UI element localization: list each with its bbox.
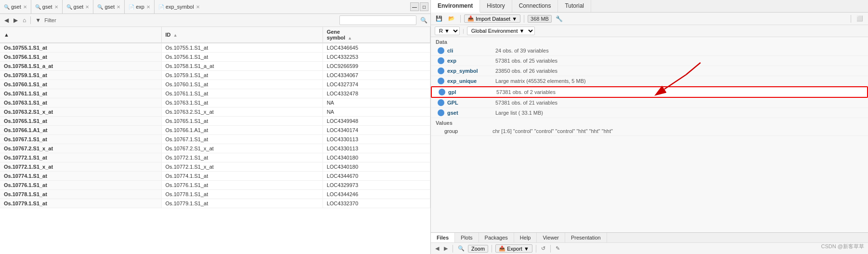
- env-row-exp_unique[interactable]: exp_unique Large matrix (455352 elements…: [431, 76, 868, 86]
- env-row-cli[interactable]: cli 24 obs. of 39 variables: [431, 46, 868, 56]
- table-row[interactable]: Os.10763.2.S1_x_at Os.10763.2.S1_x_at NA: [0, 107, 430, 117]
- cell-id: Os.10772.1.S1_x_at: [161, 162, 323, 172]
- table-row[interactable]: Os.10761.1.S1_at Os.10761.1.S1_at LOC433…: [0, 89, 430, 98]
- env-row-exp[interactable]: exp 57381 obs. of 25 variables: [431, 56, 868, 66]
- table-row[interactable]: Os.10763.1.S1_at Os.10763.1.S1_at NA: [0, 98, 430, 107]
- cell-id: Os.10779.1.S1_at: [161, 199, 323, 208]
- tab-icon: 📄: [129, 4, 134, 10]
- env-row-gpl[interactable]: gpl 57381 obs. of 2 variables: [431, 86, 868, 98]
- home-button[interactable]: ⌂: [21, 16, 27, 24]
- env-row-desc: 57381 obs. of 25 variables: [495, 58, 863, 64]
- cell-id: Os.10763.2.S1_x_at: [161, 107, 323, 117]
- tab-gset3[interactable]: 🔍gset✕: [63, 0, 94, 13]
- search-input[interactable]: [339, 15, 416, 25]
- cell-id: Os.10767.1.S1_at: [161, 135, 323, 144]
- filter-icon[interactable]: ▼: [34, 16, 42, 24]
- cell-id: Os.10776.1.S1_at: [161, 181, 323, 190]
- tab-gset2[interactable]: 🔍gset✕: [31, 0, 63, 13]
- tab-exp_symbol[interactable]: 📄exp_symbol✕: [155, 0, 204, 13]
- minimize-button[interactable]: —: [410, 2, 419, 11]
- import-dataset-button[interactable]: 📥 Import Dataset ▼: [464, 14, 520, 23]
- table-row[interactable]: Os.10779.1.S1_at Os.10779.1.S1_at LOC433…: [0, 199, 430, 208]
- refresh-button[interactable]: ↺: [540, 245, 547, 252]
- table-row[interactable]: Os.10772.1.S1_at Os.10772.1.S1_at LOC434…: [0, 153, 430, 162]
- tab-label: gset: [11, 4, 21, 10]
- table-row[interactable]: Os.10778.1.S1_at Os.10778.1.S1_at LOC434…: [0, 190, 430, 199]
- table-row[interactable]: Os.10756.1.S1_at Os.10756.1.S1_at LOC433…: [0, 53, 430, 62]
- cell-gene-symbol: LOC4346645: [323, 43, 430, 53]
- right-tab-connections[interactable]: Connections: [512, 0, 558, 12]
- table-row[interactable]: Os.10760.1.S1_at Os.10760.1.S1_at LOC432…: [0, 80, 430, 89]
- table-row[interactable]: Os.10772.1.S1_x_at Os.10772.1.S1_x_at LO…: [0, 162, 430, 172]
- tab-close-button[interactable]: ✕: [23, 4, 27, 10]
- global-env-select[interactable]: Global Environment ▼: [467, 27, 535, 35]
- tab-close-button[interactable]: ✕: [54, 4, 58, 10]
- cell-gene-symbol: LOC4332478: [323, 89, 430, 98]
- table-row[interactable]: Os.10755.1.S1_at Os.10755.1.S1_at LOC434…: [0, 43, 430, 53]
- bottom-tab-presentation[interactable]: Presentation: [565, 233, 607, 242]
- save-button[interactable]: 💾: [434, 15, 444, 22]
- cell-id: Os.10772.1.S1_at: [161, 153, 323, 162]
- tab-gset4[interactable]: 🔍gset✕: [93, 0, 125, 13]
- back-button[interactable]: ◀: [3, 16, 10, 24]
- tab-label: exp_symbol: [166, 4, 194, 10]
- cell-id: Os.10760.1.S1_at: [161, 80, 323, 89]
- maximize-button[interactable]: □: [420, 2, 428, 11]
- env-row-gset[interactable]: gset Large list ( 33.1 MB): [431, 108, 868, 118]
- tab-label: exp: [136, 4, 144, 10]
- cell-rownum: Os.10776.1.S1_at: [0, 181, 161, 190]
- bottom-tab-files[interactable]: Files: [431, 233, 455, 242]
- bottom-tab-packages[interactable]: Packages: [479, 233, 514, 242]
- right-tab-environment[interactable]: Environment: [431, 0, 480, 13]
- table-row[interactable]: Os.10767.2.S1_x_at Os.10767.2.S1_x_at LO…: [0, 144, 430, 153]
- tab-label: gset: [74, 4, 84, 10]
- bottom-forward-button[interactable]: ▶: [442, 245, 449, 252]
- export-button[interactable]: 📤 Export ▼: [495, 244, 532, 253]
- brush-button[interactable]: ✎: [554, 245, 561, 252]
- right-tab-history[interactable]: History: [480, 0, 512, 12]
- env-row-desc: Large list ( 33.1 MB): [495, 110, 863, 116]
- env-row-name: exp_symbol: [447, 68, 495, 74]
- tab-icon: 🔍: [66, 4, 72, 10]
- table-row[interactable]: Os.10774.1.S1_at Os.10774.1.S1_at LOC434…: [0, 172, 430, 181]
- tab-close-button[interactable]: ✕: [146, 4, 150, 10]
- open-button[interactable]: 📂: [446, 15, 457, 22]
- tab-bar: 🔍gset✕🔍gset✕🔍gset✕🔍gset✕📄exp✕📄exp_symbol…: [0, 0, 430, 14]
- table-row[interactable]: Os.10765.1.S1_at Os.10765.1.S1_at LOC434…: [0, 117, 430, 126]
- cell-rownum: Os.10766.1.A1_at: [0, 126, 161, 135]
- table-row[interactable]: Os.10767.1.S1_at Os.10767.1.S1_at LOC433…: [0, 135, 430, 144]
- tab-close-button[interactable]: ✕: [117, 4, 120, 10]
- table-row[interactable]: Os.10759.1.S1_at Os.10759.1.S1_at LOC433…: [0, 71, 430, 80]
- right-tab-tutorial[interactable]: Tutorial: [558, 0, 591, 12]
- bottom-tab-viewer[interactable]: Viewer: [537, 233, 565, 242]
- forward-button[interactable]: ▶: [12, 16, 19, 24]
- bottom-tab-help[interactable]: Help: [514, 233, 537, 242]
- tab-exp[interactable]: 📄exp✕: [125, 0, 155, 13]
- cell-rownum: Os.10767.2.S1_x_at: [0, 144, 161, 153]
- env-row-exp_symbol[interactable]: exp_symbol 23850 obs. of 26 variables: [431, 66, 868, 76]
- r-version-select[interactable]: R ▼: [435, 27, 460, 35]
- table-row[interactable]: Os.10766.1.A1_at Os.10766.1.A1_at LOC434…: [0, 126, 430, 135]
- cell-gene-symbol: LOC4330113: [323, 135, 430, 144]
- tab-close-button[interactable]: ✕: [85, 4, 89, 10]
- cell-gene-symbol: LOC4340180: [323, 153, 430, 162]
- env-row-name: exp: [447, 58, 495, 64]
- bottom-back-button[interactable]: ◀: [434, 245, 440, 252]
- tab-close-button[interactable]: ✕: [196, 4, 200, 10]
- table-row[interactable]: Os.10776.1.S1_at Os.10776.1.S1_at LOC432…: [0, 181, 430, 190]
- col-id[interactable]: ID ▲: [161, 27, 323, 43]
- cell-id: Os.10759.1.S1_at: [161, 71, 323, 80]
- maximize-right-button[interactable]: ⬜: [855, 15, 865, 22]
- zoom-button[interactable]: Zoom: [468, 245, 488, 253]
- table-row[interactable]: Os.10758.1.S1_a_at Os.10758.1.S1_a_at LO…: [0, 62, 430, 71]
- env-selector-row: R ▼ | Global Environment ▼: [431, 25, 868, 37]
- env-row-icon: [438, 47, 444, 54]
- filter-label: Filter: [44, 17, 56, 23]
- values-section-label: Values: [431, 118, 868, 127]
- col-gene-symbol[interactable]: Genesymbol ▲: [323, 27, 430, 43]
- tab-gset1[interactable]: 🔍gset✕: [0, 0, 31, 13]
- dropdown-arrow-icon: ▼: [512, 16, 517, 22]
- env-row-GPL[interactable]: GPL 57381 obs. of 21 variables: [431, 98, 868, 108]
- bottom-panel: FilesPlotsPackagesHelpViewerPresentation…: [431, 232, 868, 254]
- bottom-tab-plots[interactable]: Plots: [455, 233, 479, 242]
